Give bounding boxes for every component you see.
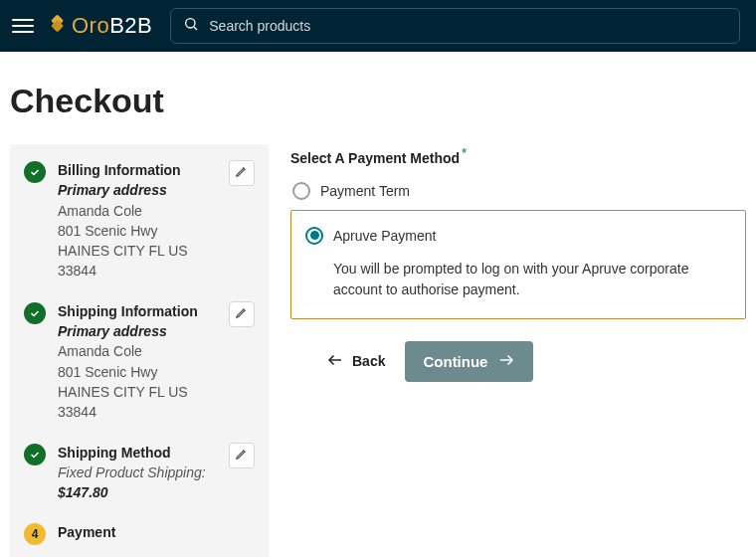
- page-title: Checkout: [10, 82, 746, 120]
- back-button[interactable]: Back: [326, 351, 385, 372]
- apruve-hint: You will be prompted to log on with your…: [305, 259, 731, 300]
- back-label: Back: [352, 353, 385, 369]
- required-asterisk: *: [462, 146, 467, 160]
- app-header: OroB2B: [0, 0, 756, 52]
- edit-shipping-info-button[interactable]: [229, 301, 255, 327]
- edit-billing-button[interactable]: [229, 160, 255, 186]
- step-subtitle: Primary address: [58, 321, 217, 341]
- search-icon: [183, 16, 199, 36]
- address-line: HAINES CITY FL US 33844: [58, 241, 217, 281]
- payment-option-label: Payment Term: [320, 183, 410, 199]
- address-line: Amanda Cole: [58, 341, 217, 361]
- address-line: 801 Scenic Hwy: [58, 362, 217, 382]
- payment-option-apruve[interactable]: Apruve Payment: [305, 223, 731, 249]
- continue-button[interactable]: Continue: [405, 341, 533, 382]
- step-title: Shipping Information: [58, 301, 217, 321]
- step-subtitle: Fixed Product Shipping:: [58, 463, 217, 482]
- payment-option-label: Apruve Payment: [333, 228, 437, 244]
- pencil-icon: [235, 164, 249, 182]
- step-billing: Billing Information Primary address Aman…: [24, 160, 255, 281]
- section-label-text: Select A Payment Method: [290, 150, 460, 166]
- step-title: Shipping Method: [58, 443, 217, 463]
- action-row: Back Continue: [326, 341, 746, 382]
- search-field[interactable]: [170, 8, 740, 44]
- radio-unchecked-icon: [292, 182, 310, 200]
- step-title: Payment: [58, 522, 255, 542]
- arrow-left-icon: [326, 351, 344, 372]
- shipping-price: $147.80: [58, 482, 217, 502]
- step-subtitle: Primary address: [58, 180, 217, 200]
- logo-text-oro: Oro: [72, 13, 109, 38]
- step-title: Billing Information: [58, 160, 217, 180]
- edit-shipping-method-button[interactable]: [229, 443, 255, 468]
- arrow-right-icon: [497, 351, 515, 372]
- check-icon: [24, 161, 46, 183]
- address-line: Amanda Cole: [58, 201, 217, 221]
- address-line: HAINES CITY FL US 33844: [58, 382, 217, 423]
- svg-point-2: [186, 19, 195, 28]
- payment-method-panel: Select A Payment Method* Payment Term Ap…: [290, 144, 746, 382]
- checkout-steps-sidebar: Billing Information Primary address Aman…: [10, 144, 269, 557]
- search-input[interactable]: [209, 18, 727, 34]
- address-line: 801 Scenic Hwy: [58, 221, 217, 241]
- logo-text-b2b: B2B: [109, 13, 152, 38]
- section-label: Select A Payment Method*: [290, 146, 746, 166]
- step-number-current: 4: [24, 523, 46, 545]
- pencil-icon: [235, 447, 249, 464]
- check-icon: [24, 302, 46, 324]
- payment-option-apruve-box: Apruve Payment You will be prompted to l…: [290, 210, 746, 319]
- menu-toggle[interactable]: [12, 15, 34, 37]
- check-icon: [24, 444, 46, 465]
- pencil-icon: [235, 305, 249, 323]
- step-shipping-method: Shipping Method Fixed Product Shipping: …: [24, 443, 255, 503]
- brand-logo[interactable]: OroB2B: [44, 13, 152, 39]
- search-wrap: [170, 8, 740, 44]
- continue-label: Continue: [423, 353, 487, 370]
- svg-line-3: [194, 27, 197, 30]
- radio-checked-icon: [305, 227, 323, 245]
- step-shipping-info: Shipping Information Primary address Ama…: [24, 301, 255, 423]
- step-payment: 4 Payment: [24, 522, 255, 545]
- logo-icon: [44, 15, 66, 37]
- payment-option-term[interactable]: Payment Term: [292, 178, 746, 204]
